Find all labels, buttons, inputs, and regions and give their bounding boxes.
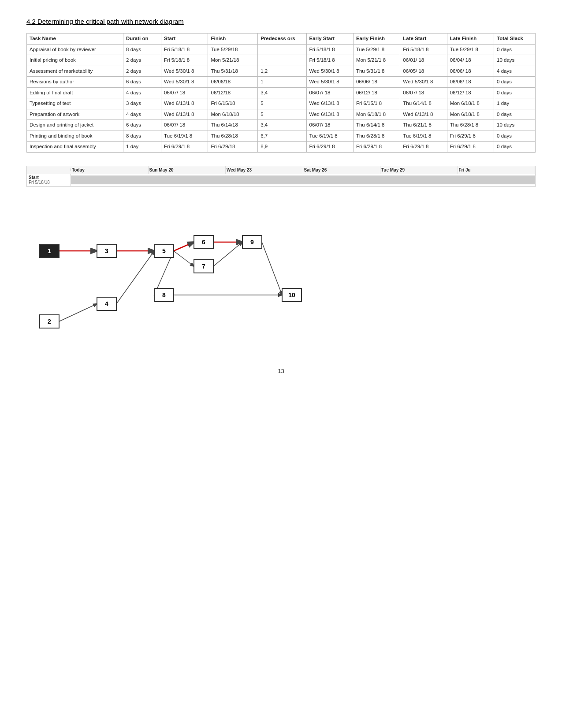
cell-4-4: 3,4 <box>258 87 306 98</box>
cell-9-3: Fri 6/29/18 <box>208 142 258 153</box>
gantt-date-cell: Sat May 26 <box>303 166 381 174</box>
cell-7-5: 06/07/ 18 <box>306 120 353 131</box>
cell-6-9: 0 days <box>494 109 536 120</box>
svg-text:6: 6 <box>202 239 205 246</box>
cell-1-6: Mon 5/21/1 8 <box>353 55 400 66</box>
cell-9-8: Fri 6/29/1 8 <box>447 142 494 153</box>
cell-0-8: Tue 5/29/1 8 <box>447 44 494 55</box>
table-row: Preparation of artwork4 daysWed 6/13/1 8… <box>27 109 536 120</box>
cell-8-6: Thu 6/28/1 8 <box>353 131 400 142</box>
cell-5-1: 3 days <box>123 98 161 109</box>
edge-7-9 <box>213 242 242 266</box>
cell-6-2: Wed 6/13/1 8 <box>161 109 208 120</box>
svg-text:3: 3 <box>105 247 108 254</box>
cell-6-0: Preparation of artwork <box>27 109 123 120</box>
svg-text:1: 1 <box>48 247 51 254</box>
cell-3-3: 06/06/18 <box>208 77 258 88</box>
cell-0-1: 8 days <box>123 44 161 55</box>
edge-5-6 <box>174 242 194 251</box>
cell-7-0: Design and printing of jacket <box>27 120 123 131</box>
node-4: 4 <box>97 297 116 310</box>
cell-2-3: Thu 5/31/18 <box>208 66 258 77</box>
gantt-date-cell: Tue May 29 <box>380 166 458 174</box>
cell-7-2: 06/07/ 18 <box>161 120 208 131</box>
cell-5-4: 5 <box>258 98 306 109</box>
cell-6-8: Mon 6/18/1 8 <box>447 109 494 120</box>
cell-6-5: Wed 6/13/1 8 <box>306 109 353 120</box>
svg-text:10: 10 <box>288 291 295 299</box>
cell-4-7: 06/07/ 18 <box>400 87 447 98</box>
node-2: 2 <box>40 315 59 328</box>
cell-2-5: Wed 5/30/1 8 <box>306 66 353 77</box>
cell-2-6: Thu 5/31/1 8 <box>353 66 400 77</box>
cell-0-0: Appraisal of book by reviewer <box>27 44 123 55</box>
cell-4-3: 06/12/18 <box>208 87 258 98</box>
cell-2-7: 06/05/ 18 <box>400 66 447 77</box>
cell-0-6: Tue 5/29/1 8 <box>353 44 400 55</box>
svg-text:5: 5 <box>162 247 166 254</box>
cell-7-3: Thu 6/14/18 <box>208 120 258 131</box>
node-7: 7 <box>194 260 213 273</box>
col-header-late-finish: Late Finish <box>447 34 494 45</box>
cell-2-9: 4 days <box>494 66 536 77</box>
svg-text:4: 4 <box>105 300 108 307</box>
svg-text:7: 7 <box>202 263 205 270</box>
node-10: 10 <box>282 288 301 302</box>
cell-7-1: 6 days <box>123 120 161 131</box>
col-header-predecessors: Predecess ors <box>258 34 306 45</box>
cell-4-2: 06/07/ 18 <box>161 87 208 98</box>
cell-4-9: 0 days <box>494 87 536 98</box>
gantt-bar-full <box>71 175 535 184</box>
cell-3-1: 6 days <box>123 77 161 88</box>
cell-0-5: Fri 5/18/1 8 <box>306 44 353 55</box>
table-row: Appraisal of book by reviewer8 daysFri 5… <box>27 44 536 55</box>
gantt-header-label <box>27 168 71 171</box>
node-8: 8 <box>154 288 174 302</box>
gantt-date-cell: Sun May 20 <box>149 166 226 174</box>
table-row: Printing and binding of book8 daysTue 6/… <box>27 131 536 142</box>
cell-2-0: Assessment of marketability <box>27 66 123 77</box>
cell-2-1: 2 days <box>123 66 161 77</box>
cell-3-4: 1 <box>258 77 306 88</box>
edge-4-5 <box>116 251 154 304</box>
cell-1-2: Fri 5/18/1 8 <box>161 55 208 66</box>
cell-0-7: Fri 5/18/1 8 <box>400 44 447 55</box>
cell-9-9: 0 days <box>494 142 536 153</box>
cell-4-0: Editing of final draft <box>27 87 123 98</box>
cell-9-5: Fri 6/29/1 8 <box>306 142 353 153</box>
cell-7-4: 3,4 <box>258 120 306 131</box>
cell-6-7: Wed 6/13/1 8 <box>400 109 447 120</box>
cell-5-6: Fri 6/15/1 8 <box>353 98 400 109</box>
cell-8-5: Tue 6/19/1 8 <box>306 131 353 142</box>
table-row: Assessment of marketability2 daysWed 5/3… <box>27 66 536 77</box>
cell-5-8: Mon 6/18/1 8 <box>447 98 494 109</box>
cell-1-3: Mon 5/21/18 <box>208 55 258 66</box>
cell-2-8: 06/06/ 18 <box>447 66 494 77</box>
cell-1-4 <box>258 55 306 66</box>
cell-3-7: Wed 5/30/1 8 <box>400 77 447 88</box>
cell-0-4 <box>258 44 306 55</box>
table-row: Inspection and final assembly1 dayFri 6/… <box>27 142 536 153</box>
col-header-early-finish: Early Finish <box>353 34 400 45</box>
table-row: Revisions by author6 daysWed 5/30/1 806/… <box>27 77 536 88</box>
cell-4-6: 06/12/ 18 <box>353 87 400 98</box>
svg-text:9: 9 <box>250 239 254 246</box>
node-3: 3 <box>97 244 116 258</box>
cell-8-8: Fri 6/29/1 8 <box>447 131 494 142</box>
col-header-early-start: Early Start <box>306 34 353 45</box>
cell-5-9: 1 day <box>494 98 536 109</box>
table-row: Design and printing of jacket6 days06/07… <box>27 120 536 131</box>
cell-2-2: Wed 5/30/1 8 <box>161 66 208 77</box>
node-6: 6 <box>194 235 213 249</box>
cell-6-4: 5 <box>258 109 306 120</box>
network-svg: 12345678910 <box>26 191 326 350</box>
cell-9-7: Fri 6/29/1 8 <box>400 142 447 153</box>
cell-3-5: Wed 5/30/1 8 <box>306 77 353 88</box>
network-diagram: 12345678910 <box>26 191 326 350</box>
cell-8-2: Tue 6/19/1 8 <box>161 131 208 142</box>
cell-1-7: 06/01/ 18 <box>400 55 447 66</box>
cell-5-3: Fri 6/15/18 <box>208 98 258 109</box>
table-row: Initial pricing of book2 daysFri 5/18/1 … <box>27 55 536 66</box>
cell-1-9: 10 days <box>494 55 536 66</box>
table-row: Editing of final draft4 days06/07/ 1806/… <box>27 87 536 98</box>
